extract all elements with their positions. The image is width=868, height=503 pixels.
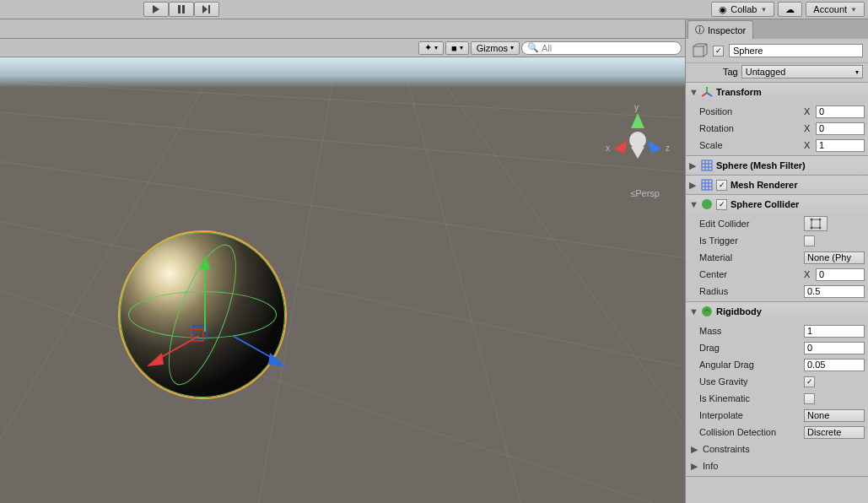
svg-marker-12 — [268, 353, 285, 366]
fold-toggle[interactable]: ▶ — [691, 444, 699, 455]
interpolate-dropdown[interactable]: None — [804, 409, 865, 422]
svg-marker-16 — [631, 147, 644, 159]
info-label: Info — [703, 461, 804, 471]
fold-toggle[interactable]: ▶ — [689, 160, 698, 171]
use-gravity-label: Use Gravity — [699, 376, 801, 387]
orientation-gizmo[interactable]: x z y — [604, 108, 671, 176]
svg-marker-10 — [147, 353, 164, 366]
collab-button[interactable]: ◉Collab▼ — [711, 2, 774, 17]
svg-point-43 — [702, 306, 712, 316]
svg-line-9 — [157, 336, 199, 360]
collab-label: Collab — [731, 4, 757, 14]
use-gravity-checkbox[interactable]: ✓ — [804, 376, 815, 387]
component-title: Rigidbody — [716, 306, 762, 316]
play-button[interactable] — [143, 2, 169, 17]
camera-button[interactable]: ■▾ — [445, 41, 469, 55]
svg-point-17 — [629, 132, 646, 149]
radius-label: Radius — [699, 286, 801, 296]
gizmos-button[interactable]: Gizmos▾ — [471, 41, 520, 55]
svg-line-21 — [704, 54, 707, 57]
axis-z-label: z — [666, 143, 670, 153]
scale-x-input[interactable] — [816, 139, 865, 152]
scene-viewport[interactable]: ✦▾ ■▾ Gizmos▾ 🔍All — [0, 19, 685, 503]
svg-point-39 — [811, 219, 813, 221]
component-mesh-renderer: ▶ ✓ Mesh Renderer — [686, 176, 868, 195]
position-label: Position — [699, 106, 801, 116]
tag-label: Tag — [723, 67, 738, 77]
fold-toggle[interactable]: ▼ — [689, 87, 698, 97]
fold-toggle[interactable]: ▶ — [689, 180, 698, 191]
svg-rect-1 — [178, 5, 181, 14]
svg-line-11 — [233, 336, 275, 360]
gizmo-x-axis[interactable] — [147, 336, 206, 368]
center-x-input[interactable] — [816, 268, 865, 281]
mesh-icon — [701, 179, 713, 191]
info-icon: ⓘ — [695, 24, 704, 36]
tool-toggle-button[interactable]: ✦▾ — [418, 41, 444, 55]
object-name-input[interactable] — [729, 44, 863, 57]
viewport-controls: ✦▾ ■▾ Gizmos▾ 🔍All — [0, 39, 685, 57]
cloud-button[interactable]: ☁ — [778, 2, 802, 17]
persp-label[interactable]: ≤Persp — [630, 188, 660, 198]
svg-point-40 — [819, 219, 822, 221]
svg-rect-32 — [702, 180, 712, 190]
is-trigger-checkbox[interactable] — [804, 235, 815, 246]
gizmos-label: Gizmos — [477, 43, 508, 53]
svg-rect-18 — [693, 46, 704, 57]
drag-input[interactable] — [804, 342, 865, 354]
rotation-x-input[interactable] — [816, 122, 865, 135]
mass-input[interactable] — [804, 325, 865, 338]
svg-point-42 — [819, 227, 822, 230]
component-title: Mesh Renderer — [731, 180, 797, 190]
cloud-icon: ☁ — [785, 4, 795, 15]
tag-dropdown[interactable]: Untagged▾ — [741, 65, 863, 78]
position-x-input[interactable] — [816, 105, 865, 118]
svg-rect-38 — [811, 219, 820, 228]
search-icon: 🔍 — [527, 42, 539, 53]
inspector-panel: ⓘInspector ✓ Tag Untagged▾ ▼ Transform P… — [685, 19, 868, 503]
mesh-icon — [701, 160, 713, 171]
component-transform: ▼ Transform PositionX RotationX ScaleX — [686, 83, 868, 156]
svg-point-41 — [811, 227, 813, 230]
gizmo-y-axis[interactable] — [199, 256, 211, 332]
tab-inspector[interactable]: ⓘInspector — [687, 20, 753, 39]
enable-checkbox[interactable]: ✓ — [716, 199, 727, 210]
wand-icon: ✦ — [424, 42, 432, 53]
component-title: Sphere (Mesh Filter) — [716, 160, 806, 170]
svg-marker-3 — [202, 5, 208, 14]
active-checkbox[interactable]: ✓ — [713, 46, 724, 57]
is-trigger-label: Is Trigger — [699, 235, 801, 246]
pause-button[interactable] — [169, 2, 194, 17]
center-label: Center — [699, 269, 801, 279]
collider-icon — [701, 198, 713, 210]
collision-dropdown[interactable]: Discrete — [804, 426, 865, 439]
fold-toggle[interactable]: ▶ — [691, 461, 699, 472]
search-placeholder: All — [542, 43, 552, 53]
fold-toggle[interactable]: ▼ — [689, 199, 698, 209]
mass-label: Mass — [699, 326, 801, 336]
material-field[interactable]: None (Phy — [804, 252, 865, 264]
svg-rect-4 — [208, 5, 210, 14]
angular-drag-input[interactable] — [804, 359, 865, 371]
is-kinematic-checkbox[interactable] — [804, 393, 815, 404]
gizmo-z-axis[interactable] — [228, 336, 287, 368]
step-button[interactable] — [194, 2, 219, 17]
radius-input[interactable] — [804, 285, 865, 298]
rigidbody-icon — [701, 306, 713, 317]
drag-label: Drag — [699, 343, 801, 353]
account-label: Account — [813, 4, 847, 14]
axis-y-label: y — [634, 103, 639, 112]
component-title: Sphere Collider — [731, 199, 799, 209]
top-toolbar: ◉Collab▼ ☁ Account▼ — [0, 0, 868, 19]
fold-toggle[interactable]: ▼ — [689, 306, 698, 316]
edit-collider-button[interactable] — [804, 216, 828, 231]
angular-drag-label: Angular Drag — [699, 360, 801, 370]
component-sphere-collider: ▼ ✓ Sphere Collider Edit Collider Is Tri… — [686, 195, 868, 302]
component-rigidbody: ▼ Rigidbody Mass Drag Angular Drag Use G… — [686, 302, 868, 477]
collision-label: Collision Detection — [699, 427, 801, 437]
component-mesh-filter: ▶ Sphere (Mesh Filter) — [686, 156, 868, 176]
constraints-label: Constraints — [703, 444, 804, 454]
search-input[interactable]: 🔍All — [521, 41, 682, 55]
account-button[interactable]: Account▼ — [806, 2, 865, 17]
enable-checkbox[interactable]: ✓ — [716, 180, 727, 191]
